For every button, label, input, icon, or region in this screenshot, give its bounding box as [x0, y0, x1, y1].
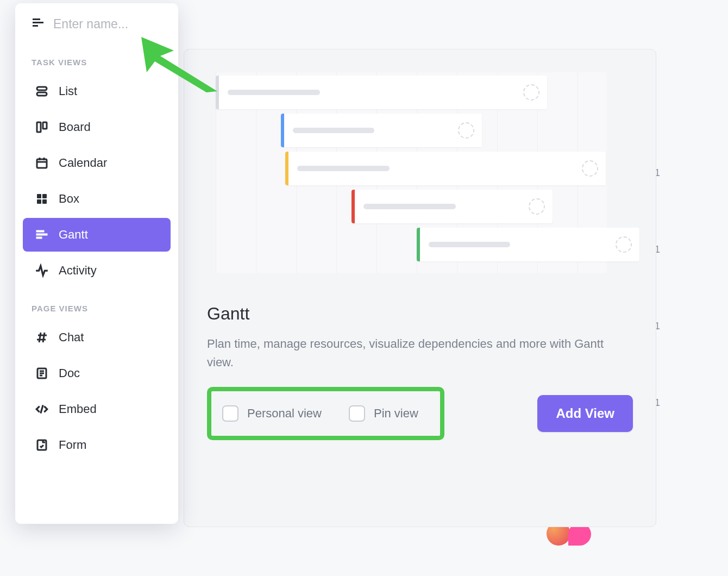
section-task-views: TASK VIEWS	[15, 43, 178, 72]
embed-icon	[35, 402, 49, 416]
view-item-label: Chat	[59, 330, 84, 345]
view-item-label: Activity	[59, 264, 97, 278]
gantt-icon	[32, 16, 45, 32]
svg-rect-17	[36, 237, 42, 239]
view-item-box[interactable]: Box	[23, 182, 171, 216]
view-item-form[interactable]: Form	[23, 428, 171, 462]
svg-rect-2	[33, 25, 38, 27]
view-item-label: Gantt	[59, 228, 88, 242]
svg-line-21	[43, 333, 45, 342]
detail-title: Gantt	[207, 304, 633, 324]
doc-icon	[35, 366, 49, 380]
svg-rect-7	[37, 159, 47, 168]
view-item-label: Board	[59, 120, 91, 134]
view-item-gantt[interactable]: Gantt	[23, 218, 171, 252]
svg-rect-3	[37, 87, 47, 90]
view-detail-card: Gantt Plan time, manage resources, visua…	[184, 49, 656, 527]
annotation-highlight: Personal view Pin view	[207, 387, 444, 440]
view-item-doc[interactable]: Doc	[23, 356, 171, 390]
checkbox-pin-view[interactable]	[349, 405, 365, 422]
gantt-icon	[35, 228, 49, 242]
background-context: /1/1/1/1	[652, 0, 728, 576]
svg-rect-16	[36, 234, 47, 235]
svg-line-26	[41, 405, 43, 413]
gantt-preview	[216, 72, 607, 273]
svg-rect-4	[37, 92, 47, 96]
view-item-calendar[interactable]: Calendar	[23, 146, 171, 180]
calendar-icon	[35, 156, 49, 170]
detail-description: Plan time, manage resources, visualize d…	[207, 335, 620, 372]
svg-rect-11	[37, 194, 41, 198]
section-page-views: PAGE VIEWS	[15, 290, 178, 318]
view-item-label: Form	[59, 438, 86, 452]
svg-rect-13	[37, 199, 41, 204]
view-item-label: Box	[59, 192, 79, 206]
view-name-input[interactable]	[53, 17, 166, 32]
view-item-list[interactable]: List	[23, 74, 171, 108]
add-view-button[interactable]: Add View	[537, 395, 633, 432]
box-icon	[35, 192, 49, 206]
view-item-board[interactable]: Board	[23, 110, 171, 144]
svg-rect-0	[33, 18, 40, 20]
view-item-embed[interactable]: Embed	[23, 392, 171, 426]
list-icon	[35, 84, 49, 98]
view-item-chat[interactable]: Chat	[23, 321, 171, 354]
option-label: Personal view	[247, 406, 322, 421]
svg-rect-5	[37, 122, 41, 132]
view-item-label: Embed	[59, 402, 97, 416]
svg-rect-12	[42, 194, 47, 198]
option-label: Pin view	[374, 406, 418, 421]
view-item-label: Doc	[59, 366, 80, 380]
board-icon	[35, 120, 49, 134]
view-item-label: List	[59, 84, 77, 98]
form-icon	[35, 438, 49, 452]
option-pin-view[interactable]: Pin view	[349, 405, 418, 422]
option-personal-view[interactable]: Personal view	[222, 405, 322, 422]
svg-rect-14	[42, 199, 47, 204]
view-picker-panel: TASK VIEWS List Board Calendar Box Gantt	[15, 3, 178, 524]
svg-rect-15	[36, 230, 44, 232]
view-item-label: Calendar	[59, 156, 107, 170]
hash-icon	[35, 330, 49, 345]
svg-rect-1	[33, 22, 43, 23]
activity-icon	[35, 264, 49, 278]
checkbox-personal-view[interactable]	[222, 405, 239, 422]
svg-line-20	[39, 333, 41, 342]
svg-rect-6	[43, 122, 47, 129]
view-item-activity[interactable]: Activity	[23, 254, 171, 287]
